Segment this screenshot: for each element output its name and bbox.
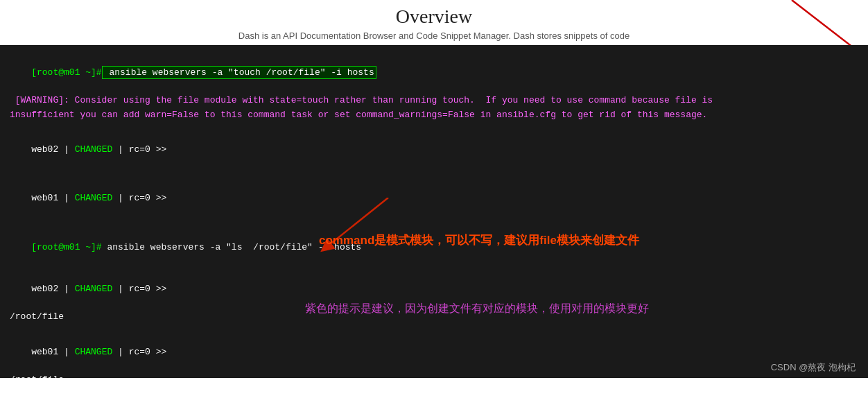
- csdn-watermark: CSDN @熬夜 泡枸杞: [771, 361, 856, 374]
- page-title: Overview: [0, 6, 868, 28]
- command-2: ansible webservers -a "ls /root/file" -i…: [102, 242, 361, 252]
- terminal-line-2: [root@m01 ~]# ansible webservers -a "ls …: [10, 227, 858, 268]
- warning-line-1: [WARNING]: Consider using the file modul…: [10, 94, 858, 107]
- web02-result-2: web02 | CHANGED | rc=0 >>: [10, 268, 858, 310]
- terminal-line-1: [root@m01 ~]# ansible webservers -a "tou…: [10, 52, 858, 94]
- web01-file-path: /root/file: [10, 373, 858, 378]
- command-1: ansible webservers -a "touch /root/file"…: [102, 66, 376, 79]
- web01-result-2: web01 | CHANGED | rc=0 >>: [10, 331, 858, 373]
- warning-line-2: insufficient you can add warn=False to t…: [10, 108, 858, 122]
- web02-file-path: /root/file: [10, 310, 858, 324]
- terminal-area: [root@m01 ~]# ansible webservers -a "tou…: [0, 45, 868, 378]
- prompt-1: [root@m01 ~]#: [31, 67, 101, 78]
- prompt-2: [root@m01 ~]#: [31, 242, 101, 252]
- page-subtitle: Dash is an API Documentation Browser and…: [0, 31, 868, 41]
- header: Overview Dash is an API Documentation Br…: [0, 0, 868, 45]
- web02-result-1: web02 | CHANGED | rc=0 >>: [10, 129, 858, 171]
- web01-result-1: web01 | CHANGED | rc=0 >>: [10, 178, 858, 219]
